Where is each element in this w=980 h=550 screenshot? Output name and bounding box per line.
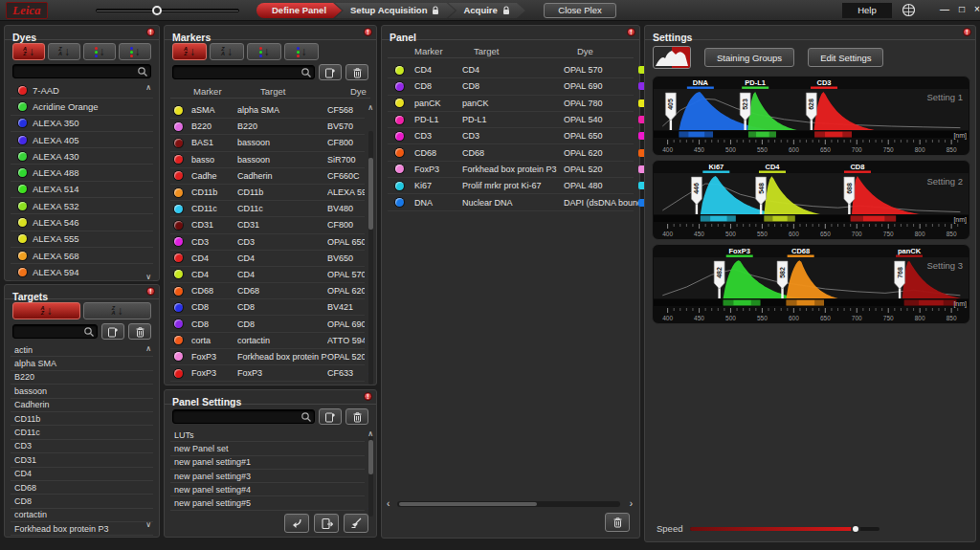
- scroll-right-icon[interactable]: ›: [630, 499, 633, 509]
- panel-settings-scrollbar[interactable]: [368, 436, 373, 517]
- sort-az-button[interactable]: AZ↓: [172, 43, 207, 60]
- dye-item[interactable]: ALEXA 405: [11, 132, 153, 148]
- step-acquire[interactable]: Acquire: [448, 3, 524, 18]
- marker-row[interactable]: CD11bCD11bALEXA 594: [170, 185, 365, 201]
- dye-item[interactable]: ALEXA 532: [11, 198, 153, 214]
- panel-row[interactable]: DNANuclear DNADAPI (dsDNA bound): [388, 194, 634, 210]
- scrollbar-thumb[interactable]: [368, 158, 373, 230]
- speed-slider-knob[interactable]: [851, 524, 860, 534]
- target-item[interactable]: alpha SMA: [11, 357, 153, 370]
- topbar-slider-knob[interactable]: [152, 6, 162, 15]
- target-item[interactable]: bassoon: [11, 385, 153, 398]
- panel-hscrollbar[interactable]: [397, 501, 620, 507]
- target-item[interactable]: CD8: [11, 495, 153, 508]
- edit-settings-button[interactable]: Edit Settings: [808, 48, 883, 67]
- topbar-slider[interactable]: [96, 9, 239, 12]
- targets-search-input[interactable]: [12, 324, 98, 339]
- sort-color-desc-button[interactable]: ↓: [119, 43, 151, 60]
- spectra-view-toggle[interactable]: [653, 46, 691, 69]
- dye-item[interactable]: ALEXA 568: [11, 248, 153, 264]
- target-item[interactable]: CD4: [11, 468, 153, 481]
- step-define-panel[interactable]: Define Panel: [256, 3, 342, 18]
- panel-row[interactable]: PD-L1PD-L1OPAL 540: [388, 112, 634, 128]
- marker-row[interactable]: CD8CD8BV421: [170, 299, 365, 316]
- target-item[interactable]: CD11b: [11, 412, 153, 426]
- sort-color-asc-button[interactable]: ↓: [83, 43, 116, 60]
- marker-row[interactable]: CD4CD4BV650: [170, 251, 365, 267]
- delete-target-button[interactable]: [128, 323, 151, 340]
- dye-item[interactable]: Acridine Orange: [11, 99, 153, 115]
- target-item[interactable]: Cadherin: [11, 399, 153, 412]
- scroll-down-icon[interactable]: ∨: [145, 274, 151, 281]
- markers-search-input[interactable]: [172, 65, 315, 79]
- panel-row[interactable]: FoxP3Forkhead box protein P3OPAL 520: [388, 162, 634, 178]
- marker-row[interactable]: CD3CD3OPAL 650: [170, 234, 365, 251]
- dye-item[interactable]: ALEXA 430: [11, 148, 153, 165]
- add-panel-setting-button[interactable]: [319, 408, 342, 425]
- marker-row[interactable]: CD31CD31CF800: [170, 217, 365, 233]
- dye-item[interactable]: ALEXA 546: [11, 214, 153, 231]
- apply-setting-button[interactable]: [284, 514, 309, 533]
- dye-item[interactable]: ALEXA 488: [11, 165, 153, 181]
- panel-settings-search-input[interactable]: [172, 409, 315, 424]
- delete-panel-row-button[interactable]: [605, 513, 630, 532]
- sort-za-button[interactable]: ZA↓: [48, 43, 80, 60]
- sort-color-desc-button[interactable]: ↓: [284, 43, 319, 60]
- target-item[interactable]: CD31: [11, 453, 153, 467]
- marker-row[interactable]: FoxP3Forkhead box protein P3OPAL 520: [170, 349, 365, 365]
- dye-item[interactable]: ALEXA 350: [11, 116, 153, 132]
- target-item[interactable]: Forkhead box protein P3: [11, 522, 153, 536]
- scroll-up-icon[interactable]: ∧: [368, 104, 373, 112]
- scroll-up-icon[interactable]: ∧: [145, 345, 151, 353]
- marker-row[interactable]: cortacortactinATTO 594: [170, 333, 365, 349]
- marker-row[interactable]: bassobassoonSiR700: [170, 152, 365, 168]
- sort-za-button[interactable]: ZA↓: [83, 302, 151, 319]
- maximize-button[interactable]: □: [959, 4, 965, 14]
- scroll-left-icon[interactable]: ‹: [387, 499, 390, 509]
- target-item[interactable]: CD68: [11, 481, 153, 495]
- marker-row[interactable]: B220B220BV570: [170, 119, 365, 135]
- clear-setting-button[interactable]: [344, 514, 368, 533]
- minimize-button[interactable]: —: [940, 4, 949, 14]
- marker-row[interactable]: CD4CD4OPAL 570: [170, 267, 365, 283]
- scroll-up-icon[interactable]: ∧: [145, 84, 151, 92]
- panel-setting-item[interactable]: new Panel set: [170, 442, 365, 455]
- sort-color-asc-button[interactable]: ↓: [247, 43, 281, 60]
- globe-icon[interactable]: [902, 3, 916, 17]
- dyes-search-input[interactable]: [12, 64, 151, 78]
- scrollbar-thumb[interactable]: [399, 502, 537, 506]
- panel-setting-item[interactable]: new panel setting#3: [170, 470, 365, 483]
- step-setup-acquisition[interactable]: Setup Acquisition: [335, 3, 455, 18]
- scroll-down-icon[interactable]: ∨: [145, 521, 151, 529]
- panel-setting-item[interactable]: LUTs: [170, 429, 365, 442]
- markers-scrollbar[interactable]: [368, 131, 373, 385]
- dye-item[interactable]: ALEXA 594: [11, 264, 153, 280]
- panel-row[interactable]: CD4CD4OPAL 570: [388, 62, 634, 78]
- close-button[interactable]: ×: [974, 4, 980, 14]
- panel-row[interactable]: panCKpanCKOPAL 780: [388, 96, 634, 112]
- panel-setting-item[interactable]: new panel setting#5: [170, 496, 365, 510]
- target-item[interactable]: actin: [11, 343, 153, 357]
- panel-setting-item[interactable]: new panel setting#1: [170, 456, 365, 470]
- sort-az-button[interactable]: AZ↓: [12, 43, 45, 60]
- panel-row[interactable]: CD3CD3OPAL 650: [388, 128, 634, 144]
- target-item[interactable]: B220: [11, 371, 153, 385]
- marker-row[interactable]: CadheCadherinCF660C: [170, 168, 365, 185]
- staining-groups-button[interactable]: Staining Groups: [704, 48, 794, 67]
- dye-item[interactable]: ALEXA 514: [11, 182, 153, 198]
- marker-row[interactable]: CD8CD8OPAL 690: [170, 316, 365, 332]
- sort-az-button[interactable]: AZ↓: [12, 302, 80, 319]
- panel-setting-item[interactable]: new panel setting#4: [170, 483, 365, 496]
- add-marker-button[interactable]: [319, 64, 342, 80]
- panel-row[interactable]: Ki67Prolif mrkr prot Ki-67OPAL 480: [388, 178, 634, 194]
- export-setting-button[interactable]: [314, 514, 339, 533]
- target-item[interactable]: CD3: [11, 440, 153, 453]
- scrollbar-thumb[interactable]: [368, 440, 373, 474]
- dye-item[interactable]: 7-AAD: [11, 82, 153, 99]
- marker-row[interactable]: CD68CD68OPAL 620: [170, 283, 365, 299]
- add-target-button[interactable]: [101, 323, 124, 340]
- panel-row[interactable]: CD68CD68OPAL 620: [388, 144, 634, 161]
- panel-row[interactable]: CD8CD8OPAL 690: [388, 78, 634, 95]
- sort-za-button[interactable]: ZA↓: [210, 43, 244, 60]
- marker-row[interactable]: CD11cCD11cBV480: [170, 201, 365, 217]
